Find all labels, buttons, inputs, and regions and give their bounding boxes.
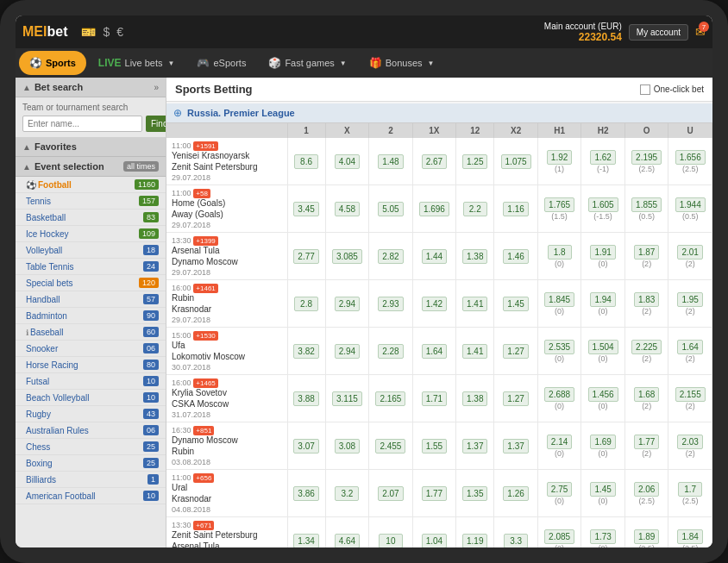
odd-button[interactable]: 1.95 — [677, 292, 702, 307]
sport-item-futsal[interactable]: Futsal 10 — [16, 373, 166, 390]
sport-item-volleyball[interactable]: Volleyball 18 — [16, 242, 166, 259]
odd-button[interactable]: 3.45 — [293, 202, 318, 216]
odd-button[interactable]: 2.8 — [294, 297, 318, 311]
odd-button[interactable]: 1.27 — [503, 344, 528, 359]
sport-item-rugby[interactable]: Rugby 43 — [16, 406, 166, 422]
odd-button[interactable]: 1.075 — [501, 154, 531, 169]
sport-item-baseball[interactable]: ℹBaseball 60 — [16, 324, 166, 341]
odd-button[interactable]: 1.34 — [293, 534, 318, 548]
odd-button[interactable]: 10 — [379, 534, 403, 548]
nav-fast-games[interactable]: 🎲 Fast games ▼ — [258, 51, 356, 75]
odd-button[interactable]: 1.696 — [419, 202, 449, 216]
one-click-checkbox[interactable] — [640, 84, 650, 95]
odd-button[interactable]: 3.86 — [293, 486, 318, 501]
odd-button[interactable]: 1.41 — [462, 344, 487, 359]
odd-button[interactable]: 2.06 — [634, 482, 659, 497]
odd-button[interactable]: 2.94 — [335, 344, 360, 359]
odd-button[interactable]: 2.28 — [378, 344, 403, 359]
odd-button[interactable]: 1.35 — [462, 486, 487, 501]
odd-button[interactable]: 2.77 — [293, 249, 318, 264]
odd-button[interactable]: 1.7 — [678, 482, 702, 497]
odd-button[interactable]: 2.535 — [544, 340, 574, 354]
odd-button[interactable]: 1.87 — [634, 245, 659, 260]
sport-item-horse-racing[interactable]: Horse Racing 80 — [16, 357, 166, 373]
odd-button[interactable]: 1.38 — [462, 249, 487, 264]
odd-button[interactable]: 1.41 — [462, 297, 487, 311]
odd-button[interactable]: 8.6 — [294, 154, 318, 169]
odd-button[interactable]: 1.55 — [422, 439, 447, 454]
dollar-icon[interactable]: $ — [103, 25, 110, 39]
odd-button[interactable]: 1.91 — [590, 245, 615, 260]
odd-button[interactable]: 3.82 — [293, 344, 318, 359]
odd-button[interactable]: 2.75 — [547, 482, 572, 497]
collapse-icon[interactable]: ▲ — [22, 83, 31, 92]
odd-button[interactable]: 2.2 — [463, 202, 487, 216]
my-account-button[interactable]: My account — [629, 24, 688, 41]
odd-button[interactable]: 2.155 — [675, 387, 706, 402]
odd-button[interactable]: 2.455 — [375, 439, 405, 454]
odd-button[interactable]: 1.64 — [422, 344, 447, 359]
odd-button[interactable]: 4.58 — [335, 202, 360, 216]
odd-button[interactable]: 1.26 — [503, 486, 528, 501]
odd-button[interactable]: 3.3 — [504, 534, 528, 548]
odd-button[interactable]: 1.64 — [677, 340, 702, 354]
odd-button[interactable]: 3.085 — [332, 249, 362, 264]
odd-button[interactable]: 1.46 — [503, 249, 528, 264]
search-input[interactable] — [22, 116, 142, 132]
double-arrow-icon[interactable]: » — [154, 83, 159, 92]
odd-button[interactable]: 1.855 — [631, 197, 662, 212]
odd-button[interactable]: 1.71 — [422, 391, 447, 406]
sport-item-ice-hockey[interactable]: Ice Hockey 109 — [16, 226, 166, 242]
nav-sports[interactable]: ⚽ Sports — [19, 51, 86, 75]
odd-button[interactable]: 1.77 — [422, 486, 447, 501]
sport-item-handball[interactable]: Handball 57 — [16, 291, 166, 308]
odd-button[interactable]: 2.165 — [375, 391, 405, 406]
mail-icon-wrapper[interactable]: ✉ 7 — [695, 25, 706, 39]
odd-button[interactable]: 1.38 — [462, 391, 487, 406]
odd-button[interactable]: 1.656 — [675, 150, 706, 165]
euro-icon[interactable]: € — [116, 25, 123, 39]
odd-button[interactable]: 3.2 — [335, 486, 359, 501]
odd-button[interactable]: 1.25 — [462, 154, 487, 169]
odd-button[interactable]: 1.92 — [547, 150, 572, 165]
odd-button[interactable]: 1.94 — [590, 292, 615, 307]
odd-button[interactable]: 1.48 — [378, 154, 403, 169]
sport-item-beach-volleyball[interactable]: Beach Volleyball 10 — [16, 390, 166, 406]
odd-button[interactable]: 1.73 — [590, 529, 615, 544]
odd-button[interactable]: 1.37 — [462, 439, 487, 454]
odd-button[interactable]: 2.94 — [335, 297, 360, 311]
odd-button[interactable]: 1.44 — [422, 249, 447, 264]
find-button[interactable]: Find — [146, 116, 166, 132]
odd-button[interactable]: 3.08 — [335, 439, 360, 454]
odd-button[interactable]: 2.93 — [378, 297, 403, 311]
sport-item-table-tennis[interactable]: Table Tennis 24 — [16, 259, 166, 275]
odd-button[interactable]: 2.14 — [547, 435, 572, 449]
odd-button[interactable]: 1.04 — [422, 534, 447, 548]
odd-button[interactable]: 1.77 — [634, 435, 659, 449]
odd-button[interactable]: 1.765 — [544, 197, 574, 212]
odd-button[interactable]: 1.504 — [588, 340, 618, 354]
odd-button[interactable]: 1.45 — [590, 482, 615, 497]
sport-item-special-bets[interactable]: Special bets 120 — [16, 275, 166, 291]
odd-button[interactable]: 1.62 — [590, 150, 615, 165]
nav-esports[interactable]: 🎮 eSports — [186, 51, 256, 75]
odd-button[interactable]: 1.27 — [503, 391, 528, 406]
odd-button[interactable]: 1.69 — [590, 435, 615, 449]
odd-button[interactable]: 4.04 — [335, 154, 360, 169]
odd-button[interactable]: 2.07 — [378, 486, 403, 501]
odd-button[interactable]: 3.115 — [332, 391, 362, 406]
favorites-collapse-icon[interactable]: ▲ — [22, 142, 31, 152]
odd-button[interactable]: 1.45 — [503, 297, 528, 311]
odd-button[interactable]: 1.89 — [634, 529, 659, 544]
odd-button[interactable]: 5.05 — [378, 202, 403, 216]
odd-button[interactable]: 1.37 — [503, 439, 528, 454]
nav-bonuses[interactable]: 🎁 Bonuses ▼ — [359, 51, 445, 75]
odd-button[interactable]: 1.19 — [462, 534, 487, 548]
coupon-icon[interactable]: 🎫 — [81, 25, 96, 39]
sport-item-billiards[interactable]: Billiards 1 — [16, 472, 166, 488]
odd-button[interactable]: 1.456 — [588, 387, 618, 402]
odd-button[interactable]: 1.944 — [675, 197, 706, 212]
odd-button[interactable]: 1.68 — [634, 387, 659, 402]
sport-item-snooker[interactable]: Snooker 06 — [16, 341, 166, 357]
odd-button[interactable]: 4.64 — [335, 534, 360, 548]
